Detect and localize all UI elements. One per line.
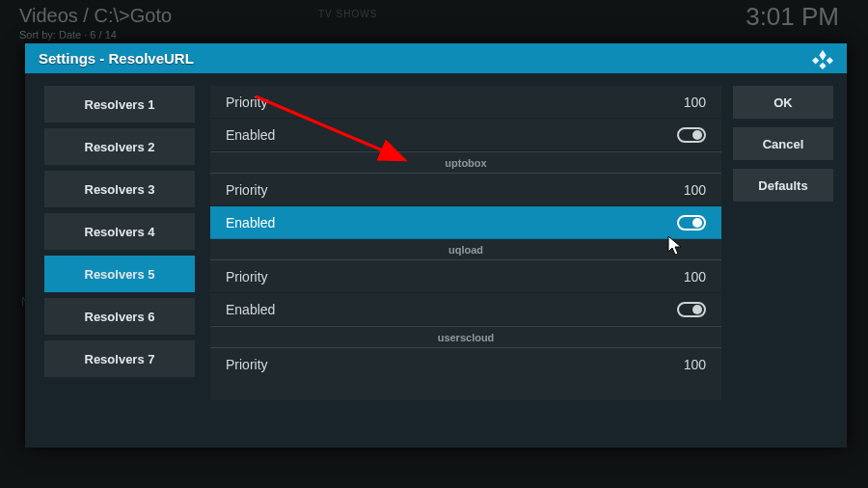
background-header: Videos / C:\>Goto Sort by: Date · 6 / 14 [19,5,172,41]
nav-resolvers-6[interactable]: Resolvers 6 [44,298,195,335]
row-value: 100 [684,182,706,198]
toggle-icon [677,127,706,143]
action-buttons: OK Cancel Defaults [733,86,847,447]
background-clock: 3:01 PM [746,2,839,32]
row-priority[interactable]: Priority 100 [210,86,721,119]
group-header-uptobox: uptobox [210,152,721,174]
nav-resolvers-4[interactable]: Resolvers 4 [44,213,195,250]
settings-window: Settings - ResolveURL Resolvers 1 Resolv… [25,43,847,447]
window-title: Settings - ResolveURL [39,50,194,67]
background-sort: Sort by: Date · 6 / 14 [19,29,172,41]
nav-resolvers-2[interactable]: Resolvers 2 [44,128,195,165]
window-body: Resolvers 1 Resolvers 2 Resolvers 3 Reso… [25,73,847,447]
settings-list: Priority 100 Enabled uptobox Priority 10… [210,86,721,400]
row-uqload-enabled[interactable]: Enabled [210,293,721,326]
nav-resolvers-5[interactable]: Resolvers 5 [44,256,195,292]
row-label: Priority [226,182,268,198]
row-enabled[interactable]: Enabled [210,119,721,151]
nav-resolvers-3[interactable]: Resolvers 3 [44,171,195,207]
row-uqload-priority[interactable]: Priority 100 [210,260,721,293]
cancel-button[interactable]: Cancel [733,127,833,160]
row-label: Priority [226,357,268,372]
row-value: 100 [684,357,706,372]
nav-resolvers-7[interactable]: Resolvers 7 [44,340,195,377]
category-nav: Resolvers 1 Resolvers 2 Resolvers 3 Reso… [25,86,204,447]
row-label: Priority [226,269,268,285]
row-label: Enabled [226,127,275,143]
defaults-button[interactable]: Defaults [733,169,833,202]
titlebar: Settings - ResolveURL [25,43,847,73]
row-label: Enabled [226,215,275,230]
nav-resolvers-1[interactable]: Resolvers 1 [44,86,195,122]
group-header-uqload: uqload [210,239,721,260]
group-header-userscloud: userscloud [210,327,721,348]
row-uptobox-enabled[interactable]: Enabled [210,206,721,239]
row-label: Priority [226,95,268,110]
row-label: Enabled [226,302,275,317]
background-tab-tvshows: TV SHOWS [318,9,377,19]
row-value: 100 [684,95,706,110]
row-uptobox-priority[interactable]: Priority 100 [210,174,721,206]
row-userscloud-priority[interactable]: Priority 100 [210,348,721,381]
kodi-logo-icon [812,48,833,69]
row-value: 100 [684,269,706,285]
toggle-icon [677,215,706,230]
toggle-icon [677,302,706,317]
ok-button[interactable]: OK [733,86,833,119]
background-title: Videos / C:\>Goto [19,5,172,27]
